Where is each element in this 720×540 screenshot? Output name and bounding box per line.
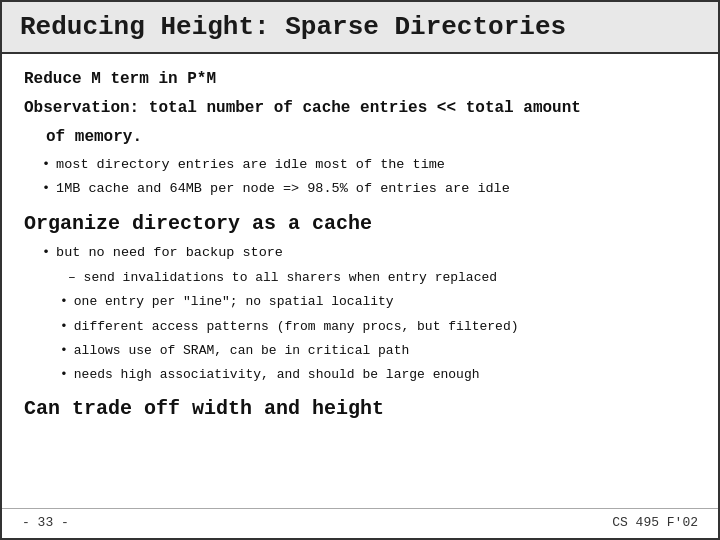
- bullet-item-1: • most directory entries are idle most o…: [24, 156, 696, 175]
- bullet-item-4: • one entry per "line"; no spatial local…: [24, 293, 696, 311]
- organize-line: Organize directory as a cache: [24, 209, 696, 238]
- can-trade-line: Can trade off width and height: [24, 394, 696, 423]
- dash-item-1: – send invalidations to all sharers when…: [24, 269, 696, 287]
- bullet-icon-5: •: [60, 318, 68, 336]
- bullet-icon-2: •: [42, 180, 50, 199]
- bullet-text-5: different access patterns (from many pro…: [74, 318, 519, 336]
- bullet-icon-1: •: [42, 156, 50, 175]
- bullet-item-3: • but no need for backup store: [24, 244, 696, 263]
- bullet-item-6: • allows use of SRAM, can be in critical…: [24, 342, 696, 360]
- slide: Reducing Height: Sparse Directories Redu…: [0, 0, 720, 540]
- page-number: - 33 -: [22, 515, 69, 530]
- bullet-item-7: • needs high associativity, and should b…: [24, 366, 696, 384]
- bullet-text-1: most directory entries are idle most of …: [56, 156, 445, 175]
- reduce-m-line: Reduce M term in P*M: [24, 68, 696, 91]
- observation-line: Observation: total number of cache entri…: [24, 97, 696, 120]
- bullet-icon-3: •: [42, 244, 50, 263]
- bullet-text-7: needs high associativity, and should be …: [74, 366, 480, 384]
- slide-title: Reducing Height: Sparse Directories: [20, 12, 566, 42]
- title-bar: Reducing Height: Sparse Directories: [2, 2, 718, 54]
- course-label: CS 495 F'02: [612, 515, 698, 530]
- bullet-text-6: allows use of SRAM, can be in critical p…: [74, 342, 409, 360]
- bullet-icon-4: •: [60, 293, 68, 311]
- bullet-icon-6: •: [60, 342, 68, 360]
- slide-content: Reduce M term in P*M Observation: total …: [2, 54, 718, 508]
- slide-footer: - 33 - CS 495 F'02: [2, 508, 718, 538]
- bullet-text-4: one entry per "line"; no spatial localit…: [74, 293, 394, 311]
- bullet-icon-7: •: [60, 366, 68, 384]
- bullet-text-2: 1MB cache and 64MB per node => 98.5% of …: [56, 180, 510, 199]
- observation-line2: of memory.: [24, 126, 696, 149]
- bullet-text-3: but no need for backup store: [56, 244, 283, 263]
- bullet-item-2: • 1MB cache and 64MB per node => 98.5% o…: [24, 180, 696, 199]
- bullet-item-5: • different access patterns (from many p…: [24, 318, 696, 336]
